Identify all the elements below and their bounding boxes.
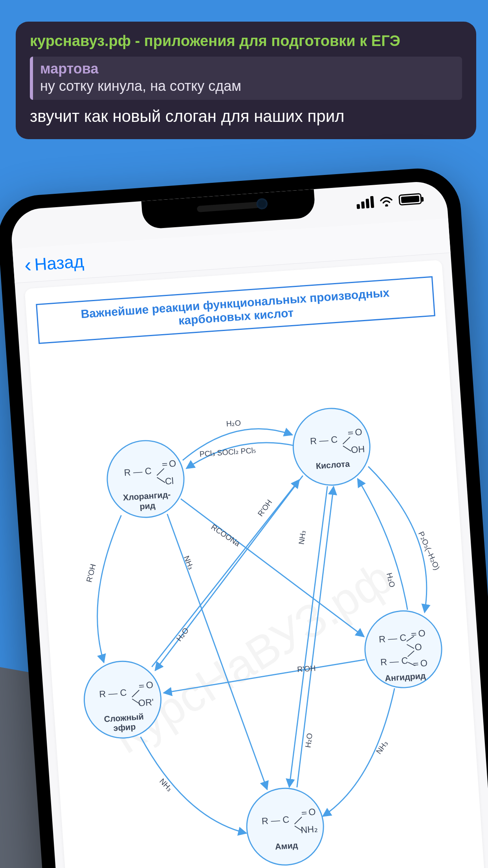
phone-mockup: ‹ Назад Важнейшие реакции функциональных… bbox=[0, 166, 488, 868]
quote-text: ну сотку кинула, на сотку сдам bbox=[40, 78, 455, 94]
svg-text:R — C: R — C bbox=[99, 687, 127, 699]
chat-message: звучит как новый слоган для наших прил bbox=[30, 107, 462, 126]
svg-text:＝O: ＝O bbox=[137, 680, 154, 691]
svg-text:P₂O₅(–H₂O): P₂O₅(–H₂O) bbox=[417, 530, 442, 571]
reaction-diagram: КурсНаВУЗ.рф R — C ＝O OH bbox=[40, 363, 479, 868]
svg-text:OH: OH bbox=[350, 444, 365, 455]
svg-text:Амид: Амид bbox=[275, 840, 298, 851]
back-label: Назад bbox=[34, 251, 84, 274]
svg-text:RCOONa: RCOONa bbox=[209, 522, 242, 548]
svg-text:R — C: R — C bbox=[378, 633, 407, 645]
svg-text:＝O: ＝O bbox=[411, 658, 428, 669]
svg-text:R — C: R — C bbox=[124, 466, 152, 478]
svg-text:O: O bbox=[415, 642, 422, 652]
wifi-icon bbox=[379, 195, 394, 207]
quote-author: мартова bbox=[40, 61, 455, 77]
cellular-signal-icon bbox=[356, 196, 374, 209]
svg-text:OR': OR' bbox=[138, 697, 154, 708]
node-acid: R — C ＝O OH Кислота bbox=[291, 406, 372, 487]
svg-text:R — C: R — C bbox=[380, 655, 408, 668]
svg-text:R — C: R — C bbox=[261, 814, 290, 826]
svg-text:＝O: ＝O bbox=[160, 458, 176, 470]
svg-text:＝O: ＝O bbox=[299, 807, 316, 818]
phone-notch bbox=[141, 189, 316, 230]
svg-text:H₂O: H₂O bbox=[303, 732, 314, 748]
svg-text:H₂O: H₂O bbox=[226, 418, 241, 428]
svg-text:R'OH: R'OH bbox=[84, 563, 97, 583]
svg-text:NH₃: NH₃ bbox=[374, 739, 389, 756]
chat-quote: мартова ну сотку кинула, на сотку сдам bbox=[30, 57, 462, 100]
status-bar bbox=[356, 193, 422, 209]
node-amide: R — C ＝O NH₂ Амид bbox=[244, 786, 326, 868]
content-title: Важнейшие реакции функциональных произво… bbox=[44, 283, 426, 337]
content-title-box: Важнейшие реакции функциональных произво… bbox=[36, 276, 435, 344]
svg-text:PCl₃  SOCl₂  PCl₅: PCl₃ SOCl₂ PCl₅ bbox=[199, 446, 256, 458]
svg-text:NH₃: NH₃ bbox=[297, 530, 307, 545]
svg-text:＝O: ＝O bbox=[346, 427, 363, 438]
svg-text:NH₃: NH₃ bbox=[182, 554, 196, 571]
battery-icon bbox=[398, 193, 422, 206]
chat-bubble: курснавуз.рф - приложения для подготовки… bbox=[16, 22, 476, 139]
svg-text:эфир: эфир bbox=[113, 722, 136, 733]
svg-text:H₂O: H₂O bbox=[174, 626, 190, 643]
svg-text:NH₃: NH₃ bbox=[158, 777, 174, 793]
back-button[interactable]: ‹ Назад bbox=[24, 251, 85, 275]
svg-text:R'OH: R'OH bbox=[297, 664, 316, 673]
node-chloride: R — C ＝O Cl Хлорангид- рид bbox=[105, 438, 186, 520]
chevron-left-icon: ‹ bbox=[24, 259, 31, 271]
svg-text:NH₂: NH₂ bbox=[300, 824, 318, 835]
node-anhydride: R — C ＝O O R — C ＝O Ангидрид bbox=[362, 608, 444, 690]
svg-text:рид: рид bbox=[139, 501, 156, 511]
chat-title: курснавуз.рф - приложения для подготовки… bbox=[30, 33, 462, 50]
content-card: Важнейшие реакции функциональных произво… bbox=[25, 260, 488, 868]
svg-text:R — C: R — C bbox=[310, 434, 338, 447]
watermark: КурсНаВУЗ.рф bbox=[104, 551, 401, 763]
svg-text:Cl: Cl bbox=[165, 476, 174, 486]
